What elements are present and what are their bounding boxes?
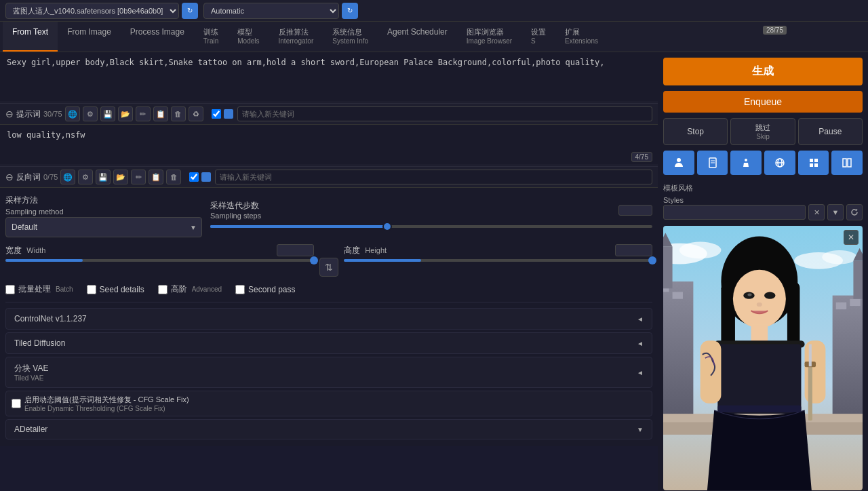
tab-models[interactable]: 模型 Models <box>228 22 269 52</box>
negative-prompt-toolbar: ⊖ 反向词 0/75 🌐 ⚙ 💾 📂 ✏ 📋 🗑 <box>0 166 658 187</box>
tiled-diffusion-accordion-header[interactable]: Tiled Diffusion ◄ <box>6 333 652 353</box>
negative-prompt-textarea[interactable]: low quality,nsfw <box>0 125 658 164</box>
width-value-input[interactable]: 512 <box>277 244 314 256</box>
tab-settings[interactable]: 设置 S <box>521 22 555 52</box>
style-grid-btn[interactable] <box>831 151 863 175</box>
swap-dimensions-btn[interactable]: ⇅ <box>319 258 338 277</box>
positive-label-zh: 提示词 <box>16 109 41 120</box>
svg-point-39 <box>747 294 751 296</box>
settings-icon-neg[interactable]: ⚙ <box>78 170 93 184</box>
settings-icon-pos[interactable]: ⚙ <box>83 106 98 121</box>
cfg-fix-checkbox-item[interactable]: 启用动态阈值(提示词相关性修复 - CFG Scale Fix) Enable … <box>12 395 189 412</box>
vae-refresh-btn[interactable]: ↻ <box>342 3 358 19</box>
svg-rect-10 <box>810 163 813 167</box>
keyword-input-wrap-neg <box>189 170 652 184</box>
globe-action-icon <box>774 157 785 168</box>
skip-button[interactable]: 跳过 Skip <box>730 118 795 145</box>
tab-agent-scheduler[interactable]: Agent Scheduler <box>378 22 457 52</box>
svg-rect-0 <box>677 158 681 162</box>
page-icon <box>707 157 718 168</box>
model-dropdown[interactable]: 蓝图人适人_v1040.safetensors [0b9e46a0b0] <box>5 3 179 19</box>
skip-label-zh: 跳过 <box>734 123 791 133</box>
styles-add-btn[interactable] <box>846 204 863 220</box>
negative-char-count: 4/75 <box>631 152 652 162</box>
svg-rect-49 <box>717 406 801 412</box>
keyword-checkbox-pos[interactable] <box>212 109 221 119</box>
svg-rect-48 <box>809 344 812 366</box>
enqueue-button[interactable]: Enqueue <box>663 91 863 113</box>
tab-extensions-zh: 扩展 <box>565 27 598 37</box>
second-pass-checkbox[interactable] <box>235 285 245 294</box>
batch-checkbox[interactable] <box>5 285 15 294</box>
sampling-method-select[interactable]: Default <box>5 217 202 237</box>
width-slider-thumb[interactable] <box>310 256 318 264</box>
tab-train[interactable]: 训练 Train <box>194 22 228 52</box>
seed-details-checkbox[interactable] <box>87 285 96 294</box>
tiled-diffusion-arrow-icon: ◄ <box>637 340 644 347</box>
styles-clear-btn[interactable]: ✕ <box>808 204 825 220</box>
tab-interrogator[interactable]: 反推算法 Interrogator <box>269 22 323 52</box>
trash-icon-pos[interactable]: 🗑 <box>171 106 186 121</box>
styles-dropdown-btn[interactable]: ▼ <box>827 204 844 220</box>
height-slider-thumb[interactable] <box>648 256 656 264</box>
height-slider-track[interactable] <box>344 259 652 262</box>
load-icon-pos[interactable]: 📂 <box>118 106 133 121</box>
trash-icon-neg[interactable]: 🗑 <box>166 170 181 184</box>
style-layers-btn[interactable] <box>798 151 829 175</box>
copy-icon-neg[interactable]: 📋 <box>149 170 163 184</box>
tiled-vae-label-en: Tiled VAE <box>14 374 48 382</box>
save-icon-neg[interactable]: 💾 <box>96 170 111 184</box>
svg-rect-27 <box>850 299 860 306</box>
load-icon-neg[interactable]: 📂 <box>113 170 128 184</box>
positive-prompt-textarea[interactable]: Sexy girl,upper body,Black skirt,Snake t… <box>0 52 658 101</box>
edit-icon-pos[interactable]: ✏ <box>136 106 151 121</box>
generate-button[interactable]: 生成 <box>663 58 863 85</box>
tab-from-image[interactable]: From Image <box>58 22 121 52</box>
keyword-input-neg[interactable] <box>215 170 652 184</box>
model-refresh-btn[interactable]: ↻ <box>182 3 198 19</box>
styles-input[interactable] <box>663 205 806 220</box>
height-value-input[interactable]: 512 <box>615 244 652 256</box>
copy-icon-pos[interactable]: 📋 <box>153 106 168 121</box>
stop-button[interactable]: Stop <box>663 118 728 145</box>
globe-icon-neg[interactable]: 🌐 <box>60 170 75 184</box>
globe-icon-pos[interactable]: 🌐 <box>65 106 80 121</box>
steps-slider-track <box>210 225 652 228</box>
tab-image-browser[interactable]: 图库浏览器 Image Browser <box>457 22 521 52</box>
svg-rect-12 <box>843 159 846 167</box>
adetailer-accordion[interactable]: ADetailer ▼ <box>5 419 652 439</box>
style-person-btn[interactable] <box>663 151 694 175</box>
vae-dropdown[interactable]: Automatic <box>203 3 339 19</box>
style-page-btn[interactable] <box>697 151 728 175</box>
positive-collapse-btn[interactable]: ⊖ <box>5 109 14 119</box>
keyword-checkbox-neg[interactable] <box>189 172 199 182</box>
controlnet-accordion-header[interactable]: ControlNet v1.1.237 ◄ <box>6 309 652 329</box>
style-globe-btn[interactable] <box>764 151 795 175</box>
edit-icon-neg[interactable]: ✏ <box>131 170 146 184</box>
wh-row: 宽度 Width 512 ⇅ 高度 <box>5 244 652 277</box>
svg-point-4 <box>745 159 747 161</box>
save-icon-pos[interactable]: 💾 <box>100 106 115 121</box>
width-slider-track[interactable] <box>5 259 314 262</box>
progress-badge: 28/75 <box>763 26 787 35</box>
negative-collapse-btn[interactable]: ⊖ <box>5 172 14 182</box>
pause-button[interactable]: Pause <box>798 118 863 145</box>
advanced-checkbox[interactable] <box>158 285 167 294</box>
close-image-btn[interactable]: ✕ <box>844 230 859 245</box>
cfg-fix-checkbox[interactable] <box>12 399 21 408</box>
steps-value-input[interactable]: 40 <box>618 205 652 216</box>
style-figure-btn[interactable] <box>730 151 762 175</box>
tab-process-image[interactable]: Process Image <box>121 22 194 52</box>
seed-details-checkbox-item[interactable]: Seed details <box>87 285 144 294</box>
svg-point-38 <box>764 292 775 299</box>
tab-system-info[interactable]: 系统信息 System Info <box>323 22 378 52</box>
advanced-checkbox-item[interactable]: 高阶 Advanced <box>158 283 222 295</box>
width-labels: 宽度 Width <box>5 245 45 256</box>
recycle-icon-pos[interactable]: ♻ <box>189 106 203 121</box>
tab-from-text[interactable]: From Text <box>3 22 58 52</box>
keyword-input-pos[interactable] <box>237 106 652 121</box>
tab-extensions[interactable]: 扩展 Extensions <box>555 22 608 52</box>
batch-checkbox-item[interactable]: 批量处理 Batch <box>5 283 73 295</box>
tiled-vae-accordion-header[interactable]: 分块 VAE Tiled VAE ◄ <box>6 357 652 387</box>
second-pass-checkbox-item[interactable]: Second pass <box>235 285 295 294</box>
